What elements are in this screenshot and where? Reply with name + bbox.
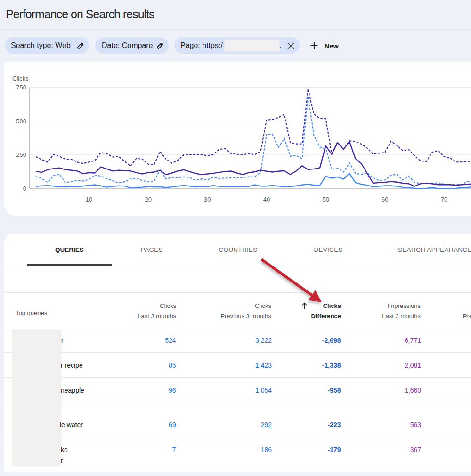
svg-text:40: 40 [263,196,270,203]
svg-text:50: 50 [322,196,329,203]
svg-text:30: 30 [204,196,211,203]
svg-text:60: 60 [382,196,388,203]
svg-text:Clicks: Clicks [12,75,29,82]
svg-text:500: 500 [16,118,26,125]
svg-text:10: 10 [86,196,92,203]
svg-text:70: 70 [441,196,447,203]
svg-text:0: 0 [23,185,26,192]
svg-text:20: 20 [145,196,151,203]
svg-text:750: 750 [16,84,26,91]
svg-text:250: 250 [16,151,26,158]
